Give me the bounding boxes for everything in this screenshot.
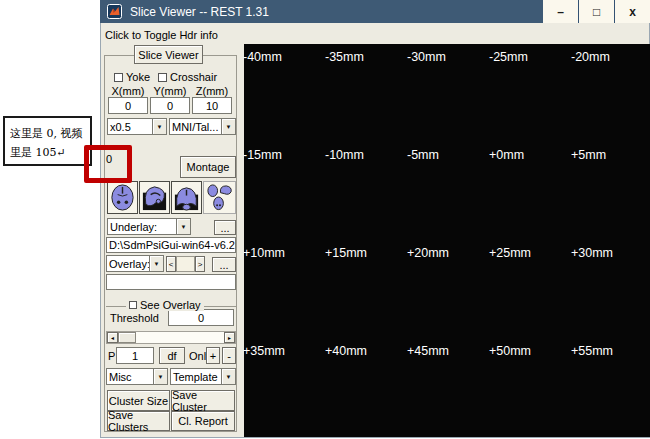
y-mm-label: Y(mm) <box>150 85 190 97</box>
slice-label: +5mm <box>571 148 606 162</box>
slice-label: -20mm <box>571 50 610 64</box>
underlay-path-field[interactable]: D:\SdmPsiGui-win64-v6.23\Tem <box>106 237 236 253</box>
cluster-size-button[interactable]: Cluster Size <box>107 390 170 411</box>
underlay-browse-button[interactable]: ... <box>214 220 236 235</box>
chevron-down-icon[interactable]: ▼ <box>221 119 235 134</box>
crosshair-checkbox-row: Crosshair <box>158 71 217 83</box>
template-select-value: Template <box>171 369 221 384</box>
slice-label: +50mm <box>489 344 531 358</box>
overlay-prev-button[interactable]: < <box>166 256 176 272</box>
overlay-next-button[interactable]: > <box>195 256 205 272</box>
x-coordinate-field[interactable]: 0 <box>108 97 148 114</box>
z-mm-label: Z(mm) <box>192 85 232 97</box>
overlay-scroll-track[interactable] <box>176 256 195 272</box>
slice-label: +45mm <box>407 344 449 358</box>
annotation-note: 这里是 0, 视频里是 105↵ <box>3 116 92 166</box>
chevron-down-icon[interactable]: ▼ <box>176 219 190 234</box>
chevron-down-icon[interactable]: ▼ <box>153 369 167 384</box>
cl-report-button[interactable]: Cl. Report <box>171 411 235 431</box>
slice-label: -35mm <box>325 50 364 64</box>
slider-right-arrow-icon[interactable]: ► <box>224 332 235 343</box>
slice-label: +35mm <box>243 344 285 358</box>
save-clusters-button[interactable]: Save Clusters <box>107 411 170 431</box>
slice-label: +40mm <box>325 344 367 358</box>
screenshot-root: 这里是 0, 视频里是 105↵ Slice Viewer -- REST 1.… <box>0 0 650 439</box>
slice-label: +20mm <box>407 246 449 260</box>
brain-sagittal-icon[interactable] <box>139 181 170 214</box>
y-coordinate-field[interactable]: 0 <box>150 97 190 114</box>
chevron-down-icon[interactable]: ▼ <box>221 369 235 384</box>
threshold-label: Threshold <box>110 312 159 324</box>
zoom-select-value: x0.5 <box>108 119 152 134</box>
slice-label: +0mm <box>489 148 524 162</box>
underlay-select-value: Underlay: <box>108 219 176 234</box>
template-select[interactable]: Template ▼ <box>170 368 236 385</box>
brain-coronal-icon[interactable] <box>171 181 202 214</box>
window-controls: – □ x <box>543 0 650 23</box>
slice-viewer-button[interactable]: Slice Viewer <box>134 45 203 64</box>
window-title: Slice Viewer -- REST 1.31 <box>130 5 269 19</box>
slice-label: +15mm <box>325 246 367 260</box>
overlay-name-field[interactable] <box>106 274 236 290</box>
slice-label: -15mm <box>243 148 282 162</box>
x-mm-label: X(mm) <box>108 85 148 97</box>
chevron-down-icon[interactable]: ▼ <box>149 256 163 271</box>
slice-label: +25mm <box>489 246 531 260</box>
df-button[interactable]: df <box>159 347 185 364</box>
see-overlay-checkbox[interactable] <box>129 301 137 309</box>
yoke-checkbox[interactable] <box>114 73 123 82</box>
misc-select[interactable]: Misc ▼ <box>106 368 168 385</box>
yoke-label: Yoke <box>126 71 150 83</box>
crosshair-label: Crosshair <box>170 71 217 83</box>
slice-label: -5mm <box>407 148 439 162</box>
space-select-value: MNI/Tal... <box>170 119 221 134</box>
slice-label: +10mm <box>243 246 285 260</box>
close-button[interactable]: x <box>614 0 650 23</box>
slice-label: +30mm <box>571 246 613 260</box>
brain-axial-icon[interactable] <box>107 181 138 214</box>
overlay-select[interactable]: Overlay: ▼ <box>106 255 164 272</box>
see-overlay-row: See Overlay <box>126 299 204 311</box>
brain-montage-icon[interactable] <box>203 181 236 214</box>
maximize-button[interactable]: □ <box>578 0 614 23</box>
slider-thumb[interactable] <box>118 332 136 343</box>
threshold-slider[interactable]: ◄ ► <box>106 331 236 344</box>
minimize-button[interactable]: – <box>543 0 578 23</box>
underlay-select[interactable]: Underlay: ▼ <box>107 218 191 235</box>
overlay-browse-button[interactable]: ... <box>212 257 236 272</box>
see-overlay-label: See Overlay <box>140 299 201 311</box>
space-select[interactable]: MNI/Tal... ▼ <box>169 118 236 135</box>
matlab-logo-icon <box>107 4 122 19</box>
zoom-select[interactable]: x0.5 ▼ <box>107 118 167 135</box>
misc-select-value: Misc <box>107 369 153 384</box>
slice-label: -40mm <box>243 50 282 64</box>
crosshair-checkbox[interactable] <box>158 73 167 82</box>
slice-label: -10mm <box>325 148 364 162</box>
plus-button[interactable]: + <box>206 347 220 364</box>
p-value-field[interactable]: 1 <box>116 347 154 364</box>
yoke-checkbox-row: Yoke <box>114 71 150 83</box>
hdr-info-toggle[interactable]: Click to Toggle Hdr info <box>105 29 218 41</box>
slice-label: -30mm <box>407 50 446 64</box>
slice-number-value[interactable]: 0 <box>106 153 112 165</box>
p-label: P <box>108 350 115 362</box>
montage-button[interactable]: Montage <box>180 156 236 178</box>
z-coordinate-field[interactable]: 10 <box>192 97 232 114</box>
threshold-field[interactable]: 0 <box>168 309 234 326</box>
slice-label: +55mm <box>571 344 613 358</box>
chevron-down-icon[interactable]: ▼ <box>152 119 166 134</box>
slice-montage-view[interactable]: -40mm -35mm -30mm -25mm -20mm -15mm -10m… <box>244 44 650 437</box>
slider-left-arrow-icon[interactable]: ◄ <box>107 332 118 343</box>
slice-label: -25mm <box>489 50 528 64</box>
overlay-select-value: Overlay: <box>107 256 149 271</box>
minus-button[interactable]: - <box>222 347 236 364</box>
save-cluster-button[interactable]: Save Cluster <box>171 390 235 411</box>
